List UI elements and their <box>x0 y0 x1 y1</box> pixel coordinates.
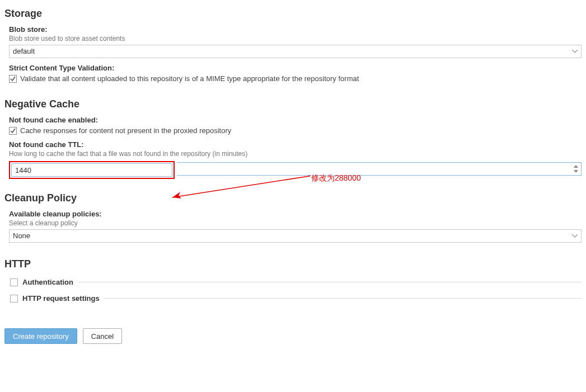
nf-cache-ttl-help: How long to cache the fact that a file w… <box>9 150 582 158</box>
nf-cache-enabled-text: Cache responses for content not present … <box>20 126 231 135</box>
http-request-row[interactable]: HTTP request settings <box>10 294 582 303</box>
chevron-down-icon <box>572 234 578 238</box>
nf-cache-enabled-label: Not found cache enabled: <box>9 116 582 124</box>
cleanup-section-title: Cleanup Policy <box>4 192 582 204</box>
blob-store-help: Blob store used to store asset contents <box>9 35 582 42</box>
http-auth-checkbox[interactable] <box>10 278 18 286</box>
divider <box>78 282 582 282</box>
cleanup-policy-field: Available cleanup policies: Select a cle… <box>4 210 582 243</box>
storage-section-title: Storage <box>4 8 582 20</box>
create-repository-button[interactable]: Create repository <box>4 328 77 344</box>
ttl-spin-up[interactable] <box>573 164 579 168</box>
ttl-input-extension <box>177 162 582 176</box>
http-request-checkbox[interactable] <box>10 295 18 303</box>
negative-cache-section-title: Negative Cache <box>4 98 582 110</box>
strict-content-field: Strict Content Type Validation: Validate… <box>4 64 582 83</box>
ttl-spin-down[interactable] <box>573 169 579 173</box>
strict-content-text: Validate that all content uploaded to th… <box>20 74 359 83</box>
http-request-label: HTTP request settings <box>22 294 100 303</box>
blob-store-select[interactable]: default <box>9 45 582 58</box>
http-auth-row[interactable]: Authentication <box>10 278 582 286</box>
ttl-highlight-box <box>9 161 175 179</box>
annotation-text: 修改为288000 <box>311 173 361 183</box>
cleanup-policy-help: Select a cleanup policy <box>9 219 582 227</box>
divider <box>104 298 582 299</box>
cancel-button[interactable]: Cancel <box>83 328 122 344</box>
nf-cache-ttl-label: Not found cache TTL: <box>9 140 582 149</box>
nf-cache-enabled-checkbox[interactable] <box>9 127 17 135</box>
chevron-down-icon <box>572 50 578 53</box>
http-section-title: HTTP <box>4 258 582 270</box>
cleanup-policy-label: Available cleanup policies: <box>9 210 582 218</box>
strict-content-label: Strict Content Type Validation: <box>9 64 582 72</box>
nf-cache-enabled-field: Not found cache enabled: Cache responses… <box>4 116 582 135</box>
cleanup-policy-select[interactable]: None <box>9 229 582 243</box>
blob-store-label: Blob store: <box>9 25 582 34</box>
nf-cache-ttl-input[interactable] <box>11 163 172 177</box>
http-auth-label: Authentication <box>22 278 73 286</box>
cleanup-policy-value: None <box>13 232 30 240</box>
nf-cache-ttl-field: Not found cache TTL: How long to cache t… <box>4 140 582 177</box>
blob-store-field: Blob store: Blob store used to store ass… <box>4 25 582 58</box>
strict-content-checkbox[interactable] <box>9 75 17 83</box>
blob-store-value: default <box>13 47 35 55</box>
